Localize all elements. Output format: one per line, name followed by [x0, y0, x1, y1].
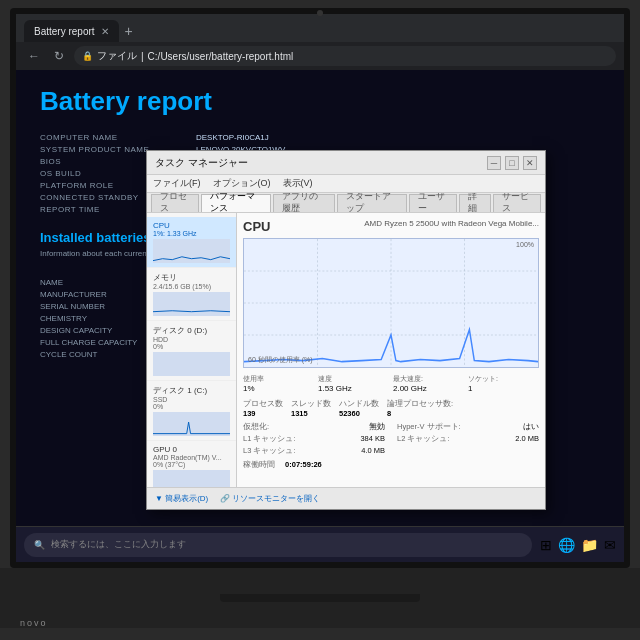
- menu-file[interactable]: ファイル(F): [153, 177, 201, 190]
- brand-label: novo: [20, 618, 48, 628]
- l1-value: 384 KB: [360, 434, 385, 444]
- sidebar-gpu-usage: 0% (37°C): [153, 461, 230, 468]
- menu-options[interactable]: オプション(O): [213, 177, 271, 190]
- lock-icon: 🔒: [82, 51, 93, 61]
- tab-process[interactable]: プロセス: [151, 194, 199, 212]
- simple-view-link[interactable]: ▼ 簡易表示(D): [155, 493, 208, 504]
- l2-value: 2.0 MB: [515, 434, 539, 444]
- new-tab-button[interactable]: +: [119, 20, 139, 42]
- mail-icon[interactable]: ✉: [604, 537, 616, 553]
- sidebar-disk1-name: ディスク 1 (C:): [153, 385, 230, 396]
- task-manager-body: CPU 1%: 1.33 GHz メモリ 2.4/15.6: [147, 213, 545, 487]
- l2-label: L2 キャッシュ:: [397, 434, 450, 444]
- logical-label: 論理プロセッサ数:: [387, 399, 453, 409]
- minimize-button[interactable]: ─: [487, 156, 501, 170]
- tab-close-icon[interactable]: ✕: [101, 26, 109, 37]
- max-speed-value: 2.00 GHz: [393, 384, 464, 393]
- detail-l3: L3 キャッシュ: 4.0 MB: [243, 446, 385, 456]
- detail-l1: L1 キャッシュ: 384 KB: [243, 434, 385, 444]
- tab-label: Battery report: [34, 26, 95, 37]
- url-box[interactable]: 🔒 ファイル | C:/Users/user/battery-report.ht…: [74, 46, 616, 66]
- url-path: C:/Users/user/battery-report.html: [148, 51, 294, 62]
- tab-app-history[interactable]: アプリの履歴: [273, 194, 335, 212]
- tab-performance[interactable]: パフォーマンス: [201, 194, 271, 212]
- detail-virtualization: 仮想化: 無効: [243, 422, 385, 432]
- task-manager-tabs: プロセス パフォーマンス アプリの履歴 スタートアップ ユーザー 詳細 サービス: [147, 193, 545, 213]
- tab-detail[interactable]: 詳細: [459, 194, 492, 212]
- folder-icon[interactable]: 📁: [581, 537, 598, 553]
- window-controls: ─ □ ✕: [487, 156, 537, 170]
- task-manager-title: タスク マネージャー: [155, 156, 248, 170]
- sidebar-cpu-usage: 1%: 1.33 GHz: [153, 230, 230, 237]
- address-bar: ← ↻ 🔒 ファイル | C:/Users/user/battery-repor…: [16, 42, 624, 70]
- info-label: COMPUTER NAME: [40, 133, 180, 142]
- task-manager-titlebar: タスク マネージャー ─ □ ✕: [147, 151, 545, 175]
- stat-logical: 論理プロセッサ数: 8: [387, 399, 453, 418]
- edge-icon[interactable]: 🌐: [558, 537, 575, 553]
- cpu-stats-grid: 使用率 1% 速度 1.53 GHz 最大速度: 2.00 GHz: [243, 374, 539, 393]
- cpu-title: CPU: [243, 219, 270, 234]
- url-protocol: ファイル: [97, 49, 137, 63]
- sidebar-disk0-usage: HDD: [153, 336, 230, 343]
- sidebar-memory-name: メモリ: [153, 272, 230, 283]
- uptime-value: 0:07:59:26: [285, 460, 322, 469]
- l3-label: L3 キャッシュ:: [243, 446, 296, 456]
- sockets-value: 1: [468, 384, 539, 393]
- cpu-chart-svg: [244, 239, 538, 367]
- reload-button[interactable]: ↻: [50, 47, 68, 65]
- max-speed-label: 最大速度:: [393, 374, 464, 384]
- cpu-details-grid: 仮想化: 無効 Hyper-V サポート: はい L1 キャッシュ: 384 K…: [243, 422, 539, 456]
- task-manager-footer: ▼ 簡易表示(D) 🔗 リソースモニターを開く: [147, 487, 545, 509]
- sidebar-item-disk1[interactable]: ディスク 1 (C:) SSD 0%: [147, 381, 236, 441]
- cpu-detail-panel: CPU AMD Ryzen 5 2500U with Radeon Vega M…: [237, 213, 545, 487]
- chart-bottom-label: 60 秒間の使用率 (%): [248, 355, 313, 365]
- search-icon: 🔍: [34, 540, 45, 550]
- sidebar-disk0-pct: 0%: [153, 343, 230, 350]
- camera-dot: [317, 10, 323, 16]
- stat-speed: 速度 1.53 GHz: [318, 374, 389, 393]
- sidebar-memory-usage: 2.4/15.6 GB (15%): [153, 283, 230, 290]
- utilization-value: 1%: [243, 384, 314, 393]
- taskbar-icons: ⊞ 🌐 📁 ✉: [540, 537, 616, 553]
- stat-threads: スレッド数 1315: [291, 399, 331, 418]
- sockets-label: ソケット:: [468, 374, 539, 384]
- menu-view[interactable]: 表示(V): [283, 177, 313, 190]
- sidebar-item-disk0[interactable]: ディスク 0 (D:) HDD 0%: [147, 321, 236, 381]
- virt-label: 仮想化:: [243, 422, 269, 432]
- hyperv-label: Hyper-V サポート:: [397, 422, 461, 432]
- info-row: COMPUTER NAME DESKTOP-RI0CA1J: [40, 133, 600, 142]
- taskbar-search[interactable]: 🔍 検索するには、ここに入力します: [24, 533, 532, 557]
- sidebar-item-memory[interactable]: メモリ 2.4/15.6 GB (15%): [147, 268, 236, 321]
- utilization-label: 使用率: [243, 374, 314, 384]
- uptime-label: 稼働時間: [243, 460, 275, 469]
- handles-label: ハンドル数: [339, 399, 379, 409]
- url-separator: |: [141, 51, 144, 62]
- tab-service[interactable]: サービス: [493, 194, 541, 212]
- screen: Battery report ✕ + ← ↻ 🔒 ファイル | C:/Users…: [16, 14, 624, 562]
- stat-utilization: 使用率 1%: [243, 374, 314, 393]
- sidebar-cpu-name: CPU: [153, 221, 230, 230]
- close-button[interactable]: ✕: [523, 156, 537, 170]
- taskbar: 🔍 検索するには、ここに入力します ⊞ 🌐 📁 ✉: [16, 526, 624, 562]
- stat-processes: プロセス数 139: [243, 399, 283, 418]
- uptime-row: 稼働時間 0:07:59:26: [243, 460, 539, 470]
- sidebar-item-cpu[interactable]: CPU 1%: 1.33 GHz: [147, 217, 236, 268]
- cpu-header: CPU AMD Ryzen 5 2500U with Radeon Vega M…: [243, 219, 539, 234]
- processes-value: 139: [243, 409, 283, 418]
- laptop-outer: Battery report ✕ + ← ↻ 🔒 ファイル | C:/Users…: [0, 0, 640, 640]
- maximize-button[interactable]: □: [505, 156, 519, 170]
- tab-startup[interactable]: スタートアップ: [337, 194, 407, 212]
- resource-monitor-link[interactable]: 🔗 リソースモニターを開く: [220, 493, 320, 504]
- sidebar-item-gpu[interactable]: GPU 0 AMD Radeon(TM) V... 0% (37°C): [147, 441, 236, 487]
- browser-tab[interactable]: Battery report ✕: [24, 20, 119, 42]
- tab-bar: Battery report ✕ +: [16, 14, 624, 42]
- tab-user[interactable]: ユーザー: [409, 194, 457, 212]
- windows-icon[interactable]: ⊞: [540, 537, 552, 553]
- detail-hyperv: Hyper-V サポート: はい: [397, 422, 539, 432]
- back-button[interactable]: ←: [24, 47, 44, 65]
- cpu-subtitle: AMD Ryzen 5 2500U with Radeon Vega Mobil…: [364, 219, 539, 234]
- laptop-hinge: [220, 594, 420, 602]
- speed-value: 1.53 GHz: [318, 384, 389, 393]
- sidebar-gpu-name: GPU 0: [153, 445, 230, 454]
- task-manager-window: タスク マネージャー ─ □ ✕ ファイル(F) オプション(O) 表示(V): [146, 150, 546, 510]
